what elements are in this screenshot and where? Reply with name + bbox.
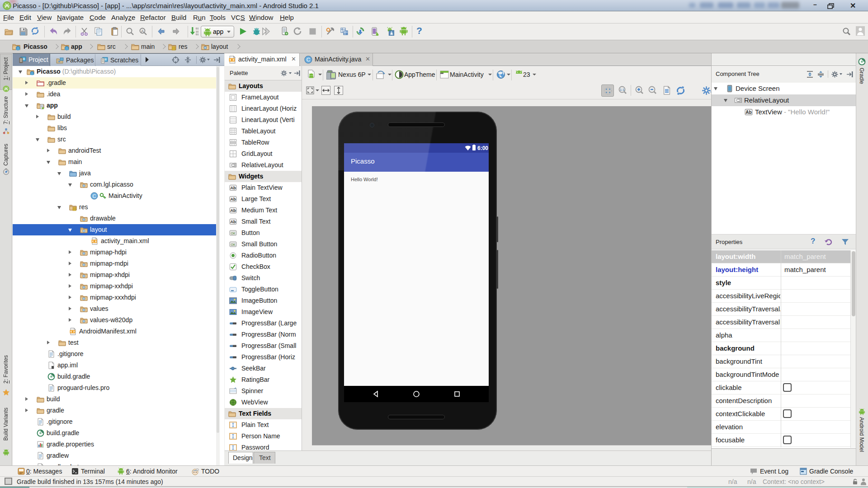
svg-text:OK: OK <box>231 232 235 235</box>
svg-text:A: A <box>141 29 144 33</box>
svg-text:01: 01 <box>196 33 198 36</box>
svg-text:1:1: 1:1 <box>620 88 624 91</box>
svg-text:OK: OK <box>231 243 235 246</box>
